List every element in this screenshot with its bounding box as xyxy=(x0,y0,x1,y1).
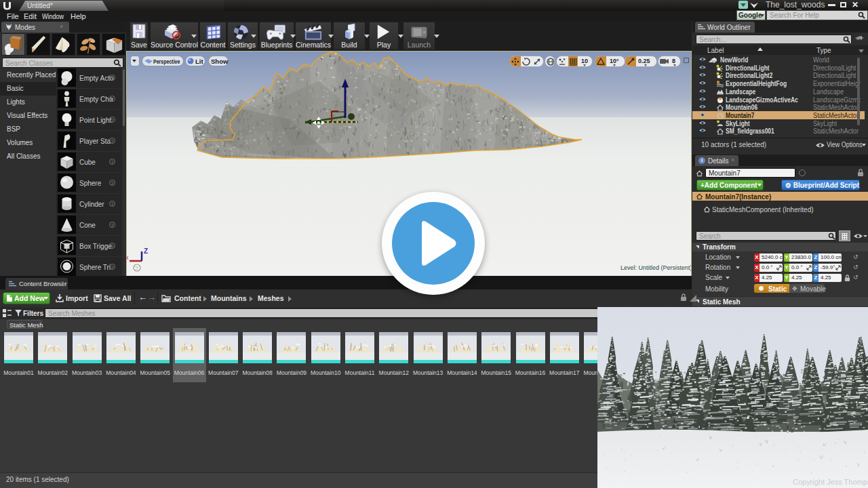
svg-text:Z: Z xyxy=(144,247,148,255)
svg-text:Copyright Jess Thompson: Copyright Jess Thompson xyxy=(793,478,868,486)
svg-text:Level: Untitled (Persistent): Level: Untitled (Persistent) xyxy=(620,264,691,271)
svg-text:?: ? xyxy=(136,266,138,270)
